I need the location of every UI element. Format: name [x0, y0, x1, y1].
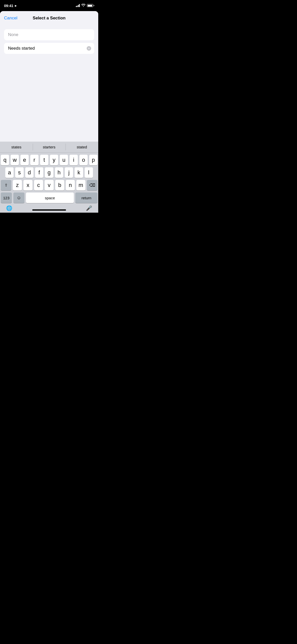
clear-icon: × — [88, 47, 90, 50]
return-key[interactable]: return — [75, 192, 97, 203]
status-bar: 09:41 ▶ — [0, 0, 98, 11]
keyboard-bottom-bar: 🌐 🎤 — [0, 204, 98, 213]
key-u[interactable]: u — [60, 155, 68, 165]
key-b[interactable]: b — [55, 180, 64, 190]
wifi-icon — [81, 4, 85, 8]
key-s[interactable]: s — [15, 167, 23, 178]
key-w[interactable]: w — [11, 155, 19, 165]
key-z[interactable]: z — [13, 180, 22, 190]
modal-sheet: Cancel Select a Section None × states st… — [0, 11, 98, 213]
content-area: None × — [0, 25, 98, 58]
key-h[interactable]: h — [55, 167, 63, 178]
mic-icon[interactable]: 🎤 — [86, 205, 92, 211]
keyboard-rows: q w e r t y u i o p a s d f g h j k — [0, 153, 98, 204]
globe-icon[interactable]: 🌐 — [6, 205, 12, 211]
key-a[interactable]: a — [5, 167, 14, 178]
page-title: Select a Section — [33, 16, 65, 21]
autocomplete-bar: states starters stated — [0, 142, 98, 153]
autocomplete-stated[interactable]: stated — [65, 142, 98, 152]
key-r[interactable]: r — [30, 155, 39, 165]
status-icons — [76, 4, 93, 8]
section-text-input[interactable] — [8, 46, 85, 51]
home-indicator — [32, 209, 66, 211]
key-v[interactable]: v — [45, 180, 54, 190]
key-n[interactable]: n — [66, 180, 75, 190]
numbers-key[interactable]: 123 — [1, 192, 12, 203]
key-m[interactable]: m — [76, 180, 85, 190]
key-p[interactable]: p — [89, 155, 97, 165]
key-t[interactable]: t — [40, 155, 48, 165]
nav-bar: Cancel Select a Section — [0, 11, 98, 25]
key-d[interactable]: d — [25, 167, 34, 178]
shift-key[interactable]: ⇧ — [1, 180, 11, 190]
battery-icon — [87, 4, 93, 7]
emoji-icon: ☺ — [17, 195, 21, 201]
status-time: 09:41 — [4, 4, 13, 8]
autocomplete-starters[interactable]: starters — [33, 142, 65, 152]
none-placeholder: None — [8, 32, 18, 37]
signal-icon — [76, 4, 80, 7]
clear-button[interactable]: × — [87, 46, 91, 51]
key-l[interactable]: l — [85, 167, 93, 178]
autocomplete-states[interactable]: states — [0, 142, 33, 152]
emoji-key[interactable]: ☺ — [13, 192, 24, 203]
key-f[interactable]: f — [35, 167, 43, 178]
key-row-4: 123 ☺ space return — [1, 192, 97, 203]
none-option-row[interactable]: None — [4, 29, 94, 40]
key-k[interactable]: k — [75, 167, 83, 178]
key-row-2: a s d f g h j k l — [1, 167, 97, 178]
key-g[interactable]: g — [45, 167, 53, 178]
location-icon: ▶ — [15, 4, 17, 7]
key-row-3: ⇧ z x c v b n m ⌫ — [1, 180, 97, 190]
key-e[interactable]: e — [20, 155, 29, 165]
space-key[interactable]: space — [26, 192, 74, 203]
delete-icon: ⌫ — [89, 183, 95, 188]
key-x[interactable]: x — [23, 180, 32, 190]
key-i[interactable]: i — [70, 155, 78, 165]
key-c[interactable]: c — [34, 180, 43, 190]
shift-icon: ⇧ — [5, 183, 8, 187]
section-input-row: × — [4, 43, 94, 54]
key-q[interactable]: q — [1, 155, 9, 165]
keyboard: states starters stated q w e r t y u i o — [0, 142, 98, 213]
key-row-1: q w e r t y u i o p — [1, 155, 97, 165]
cancel-button[interactable]: Cancel — [4, 15, 17, 22]
key-j[interactable]: j — [65, 167, 73, 178]
delete-key[interactable]: ⌫ — [87, 180, 97, 190]
key-o[interactable]: o — [79, 155, 88, 165]
key-y[interactable]: y — [50, 155, 58, 165]
